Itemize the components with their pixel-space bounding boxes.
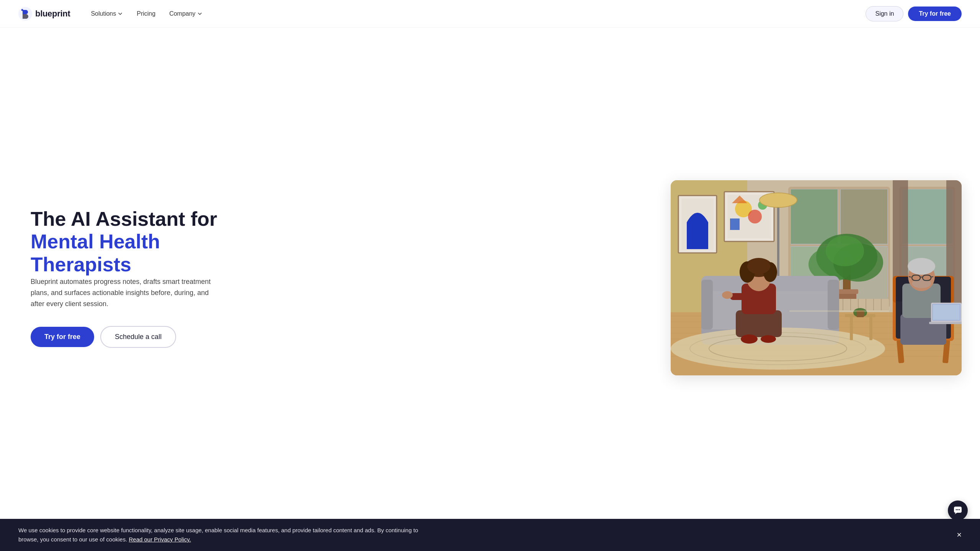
chevron-down-icon — [118, 11, 123, 16]
privacy-policy-link[interactable]: Read our Privacy Policy. — [129, 536, 191, 543]
svg-point-111 — [956, 509, 957, 510]
nav-left: blueprint Solutions Pricing Company — [18, 7, 208, 21]
chevron-down-icon-company — [197, 11, 203, 16]
svg-point-112 — [957, 509, 959, 510]
hero-section: The AI Assistant for Mental Health Thera… — [0, 28, 980, 520]
signin-button[interactable]: Sign in — [866, 6, 903, 21]
logo-text: blueprint — [35, 9, 70, 19]
schedule-call-button[interactable]: Schedule a call — [100, 326, 176, 348]
hero-heading-line1: The AI Assistant for — [31, 208, 217, 230]
nav-links: Solutions Pricing Company — [85, 7, 207, 20]
main-nav: blueprint Solutions Pricing Company Sign… — [0, 0, 980, 28]
chat-button[interactable] — [948, 500, 968, 520]
logo-icon — [18, 7, 32, 21]
hero-content: The AI Assistant for Mental Health Thera… — [31, 208, 230, 348]
hero-image-container — [663, 180, 962, 375]
svg-rect-109 — [671, 180, 962, 375]
hero-heading-line2: Mental Health Therapists — [31, 230, 160, 276]
hero-heading: The AI Assistant for Mental Health Thera… — [31, 208, 230, 276]
cookie-banner: We use cookies to provide core website f… — [0, 519, 980, 543]
therapy-room-illustration — [671, 180, 962, 375]
nav-right: Sign in Try for free — [866, 6, 962, 21]
cookie-text: We use cookies to provide core website f… — [18, 526, 439, 543]
nav-pricing[interactable]: Pricing — [131, 7, 161, 20]
chat-icon — [953, 506, 962, 515]
try-free-hero-button[interactable]: Try for free — [31, 327, 94, 347]
svg-point-1 — [21, 9, 23, 11]
svg-point-113 — [959, 509, 960, 510]
hero-description: Blueprint automates progress notes, draf… — [31, 276, 214, 309]
hero-buttons: Try for free Schedule a call — [31, 326, 230, 348]
hero-image — [671, 180, 962, 375]
nav-solutions[interactable]: Solutions — [85, 7, 128, 20]
nav-company[interactable]: Company — [164, 7, 207, 20]
logo-link[interactable]: blueprint — [18, 7, 70, 21]
try-free-nav-button[interactable]: Try for free — [908, 7, 962, 21]
cookie-close-button[interactable]: × — [957, 530, 962, 540]
